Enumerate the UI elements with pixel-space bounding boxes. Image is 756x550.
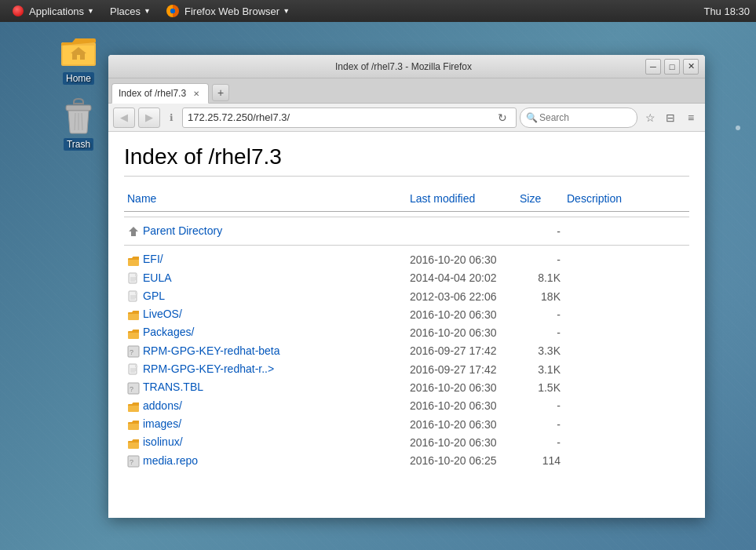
- sort-size-link[interactable]: Size: [520, 192, 541, 205]
- browser-window: Index of /rhel7.3 - Mozilla Firefox ─ □ …: [108, 55, 705, 518]
- bookmark-list-button[interactable]: ⊟: [661, 107, 680, 128]
- forward-button[interactable]: ▶: [138, 107, 160, 128]
- close-button[interactable]: ✕: [683, 59, 699, 75]
- desktop-icon-home[interactable]: Home: [47, 31, 110, 85]
- tab-close-button[interactable]: ✕: [191, 88, 202, 99]
- browser-titlebar: Index of /rhel7.3 - Mozilla Firefox ─ □ …: [108, 55, 705, 78]
- file-size-cell: -: [517, 222, 564, 240]
- file-link[interactable]: isolinux/: [143, 435, 183, 448]
- file-desc-cell: [564, 250, 689, 268]
- taskbar-left: Applications ▼ Places ▼ Firefox Web Brow…: [6, 3, 296, 19]
- table-row: ?RPM-GPG-KEY-redhat-beta 2016-09-27 17:4…: [124, 342, 689, 360]
- file-link[interactable]: EULA: [143, 271, 172, 284]
- firefox-menu[interactable]: Firefox Web Browser ▼: [160, 3, 296, 19]
- file-link[interactable]: TRANS.TBL: [143, 381, 203, 393]
- file-link[interactable]: RPM-GPG-KEY-redhat-beta: [143, 344, 280, 357]
- home-folder-icon: [60, 31, 97, 69]
- browser-content[interactable]: Index of /rhel7.3 Name Last modified Siz…: [108, 132, 705, 518]
- file-date-cell: 2016-10-20 06:30: [407, 397, 517, 415]
- places-menu[interactable]: Places ▼: [104, 4, 157, 19]
- file-date-cell: 2014-04-04 20:02: [407, 269, 517, 287]
- table-row: RPM-GPG-KEY-redhat-r..> 2016-09-27 17:42…: [124, 360, 689, 378]
- applications-arrow: ▼: [87, 7, 94, 15]
- window-controls: ─ □ ✕: [645, 59, 699, 75]
- active-tab[interactable]: Index of /rhel7.3 ✕: [111, 83, 209, 104]
- address-bar[interactable]: 172.25.72.250/rhel7.3/ ↻: [182, 107, 517, 128]
- col-header-size: Size: [517, 189, 564, 212]
- file-link[interactable]: addons/: [143, 399, 182, 412]
- file-size-cell: -: [517, 397, 564, 415]
- file-link[interactable]: media.repo: [143, 454, 198, 467]
- more-button[interactable]: ≡: [681, 107, 700, 128]
- file-desc-cell: [564, 452, 689, 470]
- file-size-cell: 8.1K: [517, 269, 564, 287]
- file-link[interactable]: images/: [143, 417, 181, 430]
- file-name-cell: addons/: [124, 397, 407, 415]
- firefox-icon: [166, 5, 179, 17]
- desktop-icons: Home Trash: [47, 31, 110, 151]
- taskbar-clock: Thu 18:30: [703, 5, 750, 17]
- file-desc-cell: [564, 323, 689, 341]
- sort-date-link[interactable]: Last modified: [410, 192, 475, 205]
- table-row: images/ 2016-10-20 06:30 -: [124, 415, 689, 433]
- file-size-cell: 3.3K: [517, 342, 564, 360]
- svg-text:?: ?: [130, 348, 133, 356]
- sort-name-link[interactable]: Name: [127, 192, 156, 205]
- col-header-desc: Description: [564, 189, 689, 212]
- places-arrow: ▼: [144, 7, 151, 15]
- file-name-cell: ?TRANS.TBL: [124, 378, 407, 396]
- search-box-wrapper: 🔍: [520, 107, 637, 128]
- file-link[interactable]: Packages/: [143, 326, 194, 338]
- file-link[interactable]: LiveOS/: [143, 308, 182, 320]
- file-date-cell: 2016-10-20 06:30: [407, 323, 517, 341]
- file-size-cell: 114: [517, 452, 564, 470]
- file-name-cell: GPL: [124, 287, 407, 305]
- desktop-icon-trash[interactable]: Trash: [47, 97, 110, 151]
- file-name-cell: EFI/: [124, 250, 407, 268]
- firefox-arrow: ▼: [283, 7, 290, 15]
- table-row: ?media.repo 2016-10-20 06:25 114: [124, 452, 689, 470]
- file-link[interactable]: Parent Directory: [143, 224, 222, 237]
- firefox-label: Firefox Web Browser: [184, 5, 279, 17]
- file-link[interactable]: GPL: [143, 290, 165, 302]
- file-size-cell: -: [517, 433, 564, 451]
- trash-icon-label: Trash: [64, 138, 93, 151]
- sort-desc-link[interactable]: Description: [567, 192, 622, 205]
- maximize-button[interactable]: □: [664, 59, 680, 75]
- file-size-cell: 18K: [517, 287, 564, 305]
- reload-button[interactable]: ↻: [494, 107, 511, 128]
- file-desc-cell: [564, 378, 689, 396]
- table-row: addons/ 2016-10-20 06:30 -: [124, 397, 689, 415]
- browser-navbar: ◀ ▶ ℹ 172.25.72.250/rhel7.3/ ↻ 🔍 ☆ ⊟ ≡: [108, 104, 705, 132]
- table-row: Parent Directory -: [124, 222, 689, 240]
- col-header-name: Name: [124, 189, 407, 212]
- file-size-cell: -: [517, 250, 564, 268]
- table-row: Packages/ 2016-10-20 06:30 -: [124, 323, 689, 341]
- minimize-button[interactable]: ─: [645, 59, 661, 75]
- file-name-cell: Parent Directory: [124, 222, 407, 240]
- file-name-cell: isolinux/: [124, 433, 407, 451]
- new-tab-button[interactable]: +: [212, 84, 229, 101]
- file-size-cell: 1.5K: [517, 378, 564, 396]
- svg-marker-7: [129, 227, 138, 236]
- col-header-date: Last modified: [407, 189, 517, 212]
- file-date-cell: 2016-10-20 06:25: [407, 452, 517, 470]
- bookmark-star-button[interactable]: ☆: [641, 107, 659, 128]
- desktop-dot: [736, 126, 740, 130]
- svg-text:?: ?: [130, 458, 133, 466]
- svg-rect-3: [66, 105, 91, 111]
- file-listing-table: Name Last modified Size Description P: [124, 189, 689, 470]
- applications-menu[interactable]: Applications ▼: [6, 4, 100, 19]
- svg-text:?: ?: [130, 385, 133, 393]
- places-label: Places: [110, 5, 141, 17]
- home-icon-label: Home: [63, 72, 94, 85]
- file-name-cell: ?RPM-GPG-KEY-redhat-beta: [124, 342, 407, 360]
- applications-label: Applications: [29, 5, 84, 17]
- file-desc-cell: [564, 397, 689, 415]
- file-link[interactable]: RPM-GPG-KEY-redhat-r..>: [143, 362, 274, 375]
- back-button[interactable]: ◀: [113, 107, 135, 128]
- file-desc-cell: [564, 342, 689, 360]
- taskbar: Applications ▼ Places ▼ Firefox Web Brow…: [0, 0, 756, 22]
- file-link[interactable]: EFI/: [143, 253, 163, 265]
- file-size-cell: -: [517, 305, 564, 323]
